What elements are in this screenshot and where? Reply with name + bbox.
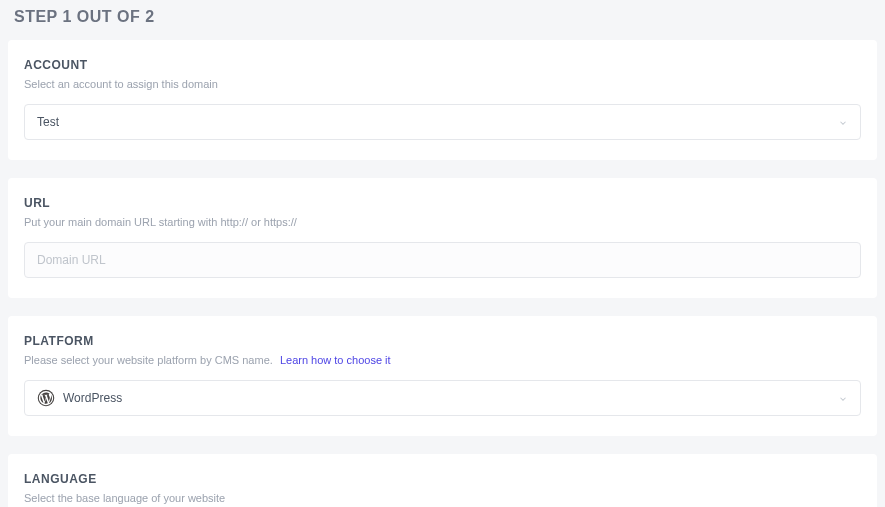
platform-section: PLATFORM Please select your website plat… (8, 316, 877, 436)
account-title: ACCOUNT (24, 58, 861, 72)
platform-select[interactable]: WordPress (24, 380, 861, 416)
wordpress-icon (37, 389, 55, 407)
platform-desc-text: Please select your website platform by C… (24, 354, 273, 366)
url-desc: Put your main domain URL starting with h… (24, 216, 861, 228)
url-title: URL (24, 196, 861, 210)
language-section: LANGUAGE Select the base language of you… (8, 454, 877, 507)
url-section: URL Put your main domain URL starting wi… (8, 178, 877, 298)
platform-desc: Please select your website platform by C… (24, 354, 861, 366)
language-title: LANGUAGE (24, 472, 861, 486)
account-desc: Select an account to assign this domain (24, 78, 861, 90)
url-input[interactable] (24, 242, 861, 278)
platform-title: PLATFORM (24, 334, 861, 348)
language-desc: Select the base language of your website (24, 492, 861, 504)
account-section: ACCOUNT Select an account to assign this… (8, 40, 877, 160)
page-title: STEP 1 OUT OF 2 (14, 8, 877, 26)
account-select[interactable]: Test (24, 104, 861, 140)
platform-select-value: WordPress (63, 391, 848, 405)
account-select-value: Test (37, 115, 848, 129)
platform-learn-link[interactable]: Learn how to choose it (280, 354, 391, 366)
